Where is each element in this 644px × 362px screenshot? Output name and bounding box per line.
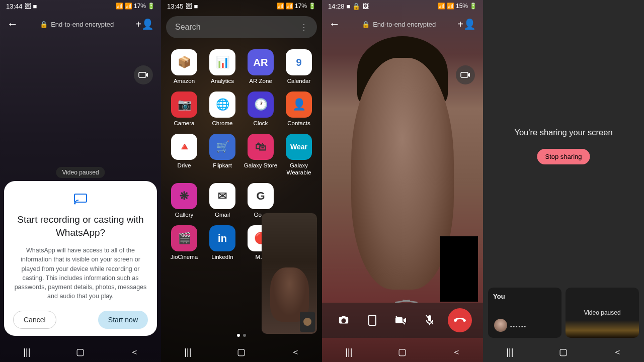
app-galaxy-wearable[interactable]: WearGalaxy Wearable	[281, 134, 317, 175]
recents-icon[interactable]: |||	[173, 347, 203, 357]
app-icon: 🌐	[209, 92, 235, 118]
call-header: ← 🔒 End-to-end encrypted +👤	[0, 12, 161, 36]
home-icon[interactable]: ▢	[548, 346, 579, 357]
recents-icon[interactable]: |||	[495, 347, 525, 357]
recents-icon[interactable]: |||	[334, 347, 364, 357]
app-clock[interactable]: 🕐Clock	[243, 92, 279, 127]
panel-videocall: 14:28■🔒🖼 📶📶15%🔋 ← 🔒 End-to-end encrypted…	[322, 0, 483, 362]
encryption-badge: 🔒 End-to-end encrypted	[362, 21, 436, 28]
recents-icon[interactable]: |||	[12, 347, 42, 357]
stop-sharing-button[interactable]: Stop sharing	[537, 149, 590, 164]
mic-off-button[interactable]	[419, 310, 440, 331]
end-call-button[interactable]	[448, 308, 472, 332]
start-now-button[interactable]: Start now	[98, 311, 148, 329]
status-bar: 13:45🖼■ 📶📶17%🔋	[161, 0, 322, 12]
app-linkedin[interactable]: inLinkedIn	[204, 225, 240, 260]
cancel-button[interactable]: Cancel	[13, 311, 56, 329]
avatar-icon	[303, 318, 311, 326]
app-analytics[interactable]: 📊Analytics	[204, 49, 240, 84]
app-icon: 📷	[171, 92, 197, 118]
home-icon[interactable]: ▢	[226, 346, 257, 357]
video-paused-badge: Video paused	[56, 167, 105, 178]
app-flipkart[interactable]: 🛒Flipkart	[204, 134, 240, 175]
app-camera[interactable]: 📷Camera	[166, 92, 202, 127]
pip-self[interactable]	[300, 312, 315, 332]
face-shape	[351, 58, 454, 290]
app-jiocinema[interactable]: 🎬JioCinema	[166, 225, 202, 260]
battery-icon: 🔋	[147, 3, 155, 10]
app-icon: in	[209, 225, 235, 251]
back-nav-icon[interactable]: ＜	[602, 346, 632, 358]
panel-launcher: 13:45🖼■ 📶📶17%🔋 Search ⋮ 📦Amazon📊Analytic…	[161, 0, 322, 362]
search-bar[interactable]: Search ⋮	[166, 16, 317, 38]
lock-icon: 🔒	[362, 21, 370, 28]
app-icon: AR	[248, 49, 274, 75]
app-icon: 9	[286, 49, 312, 75]
encryption-badge: 🔒 End-to-end encrypted	[40, 21, 114, 28]
clock: 13:45	[167, 3, 184, 10]
app-icon: 🕐	[248, 92, 274, 118]
svg-rect-3	[461, 72, 468, 77]
nav-bar: ||| ▢ ＜	[0, 342, 161, 362]
add-person-icon[interactable]: +👤	[135, 18, 154, 30]
back-icon[interactable]: ←	[329, 18, 340, 31]
video-off-button[interactable]	[390, 310, 412, 331]
video-icon: ■	[194, 3, 198, 10]
app-icon: G	[248, 183, 274, 209]
call-controls	[322, 303, 483, 338]
wifi-icon: 📶	[277, 3, 284, 10]
app-calendar[interactable]: 9Calendar	[281, 49, 317, 84]
add-person-icon[interactable]: +👤	[457, 18, 476, 30]
app-icon: ❋	[171, 183, 197, 209]
app-amazon[interactable]: 📦Amazon	[166, 49, 202, 84]
back-nav-icon[interactable]: ＜	[280, 346, 310, 358]
cast-dialog: Start recording or casting with WhatsApp…	[4, 181, 157, 336]
img-icon: 🖼	[362, 3, 369, 10]
app-gallery[interactable]: ❋Gallery	[166, 183, 202, 218]
wifi-icon: 📶	[438, 3, 445, 10]
avatar-icon	[494, 319, 507, 332]
app-icon: 🎬	[171, 225, 197, 251]
back-nav-icon[interactable]: ＜	[119, 346, 149, 358]
battery-icon: 🔋	[469, 3, 477, 10]
svg-point-2	[74, 203, 76, 204]
panel-sharing: You're sharing your screen Stop sharing …	[483, 0, 644, 362]
participant-self[interactable]: You ••••••	[488, 288, 561, 338]
app-icon: ✉	[209, 183, 235, 209]
participant-remote[interactable]: Video paused	[566, 288, 639, 338]
search-placeholder: Search	[175, 23, 201, 32]
home-icon[interactable]: ▢	[387, 346, 418, 357]
signal-icon: 📶	[286, 3, 293, 10]
battery-icon: 🔋	[308, 3, 316, 10]
app-galaxy-store[interactable]: 🛍Galaxy Store	[243, 134, 279, 175]
self-preview[interactable]	[440, 236, 478, 302]
call-header: ← 🔒 End-to-end encrypted +👤	[322, 12, 483, 36]
sharing-message: You're sharing your screen	[483, 128, 644, 137]
img-icon: 🖼	[25, 3, 31, 10]
clock: 14:28	[328, 3, 345, 10]
status-bar: 13:44🖼■ 📶📶17%🔋	[0, 0, 161, 12]
back-nav-icon[interactable]: ＜	[441, 346, 471, 358]
encryption-text: End-to-end encrypted	[373, 21, 436, 28]
app-contacts[interactable]: 👤Contacts	[281, 92, 317, 127]
home-icon[interactable]: ▢	[65, 346, 96, 357]
dot-active	[237, 334, 240, 337]
camera-flip-button[interactable]	[456, 65, 475, 84]
flip-camera-button[interactable]	[333, 310, 354, 331]
app-chrome[interactable]: 🌐Chrome	[204, 92, 240, 127]
pip-remote-video	[262, 213, 317, 334]
app-ar-zone[interactable]: ARAR Zone	[243, 49, 279, 84]
back-icon[interactable]: ←	[7, 18, 18, 31]
app-label: Gmail	[215, 212, 230, 218]
app-label: Galaxy Wearable	[281, 162, 316, 175]
camera-flip-button[interactable]	[134, 65, 153, 84]
video-paused-text: Video paused	[584, 309, 620, 316]
video-icon: ■	[33, 3, 37, 10]
svg-rect-4	[369, 315, 376, 325]
app-drive[interactable]: 🔺Drive	[166, 134, 202, 175]
more-icon[interactable]: ⋮	[300, 23, 308, 32]
nav-bar: ||| ▢ ＜	[161, 342, 322, 362]
pip-overlay[interactable]	[262, 213, 317, 334]
screen-share-button[interactable]	[362, 310, 383, 331]
app-gmail[interactable]: ✉Gmail	[204, 183, 240, 218]
